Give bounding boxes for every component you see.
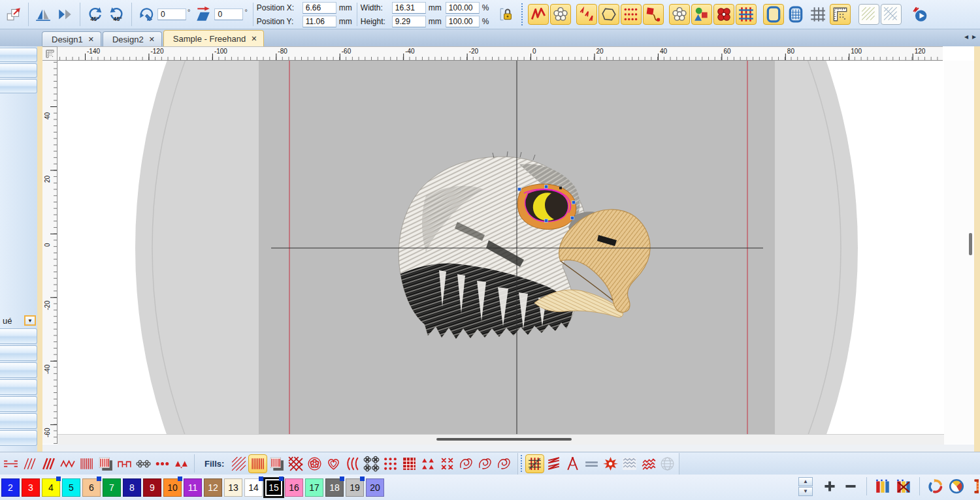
scale-tool-icon[interactable] xyxy=(3,4,24,25)
tab-close-icon[interactable]: ✕ xyxy=(149,35,155,44)
palette-color-17[interactable]: 17 xyxy=(305,478,323,497)
weave-grid-tool-icon[interactable] xyxy=(736,4,757,25)
tab-sample-freehand[interactable]: Sample - Freehand✕ xyxy=(163,30,265,46)
rosette-fill-icon[interactable] xyxy=(305,454,324,473)
palette-color-2[interactable]: 2 xyxy=(1,478,20,497)
sidebar-button-bottom-6[interactable] xyxy=(0,413,37,429)
palette-color-16[interactable]: 16 xyxy=(285,478,303,497)
palette-color-3[interactable]: 3 xyxy=(22,478,40,497)
sidebar-button-bottom-1[interactable] xyxy=(0,328,37,344)
tab-scroll-right-icon[interactable]: ▸ xyxy=(972,32,976,41)
palette-color-9[interactable]: 9 xyxy=(143,478,161,497)
cross-motif-fill-icon[interactable] xyxy=(438,454,457,473)
palette-color-8[interactable]: 8 xyxy=(123,478,141,497)
sidebar-button-bottom-2[interactable] xyxy=(0,345,37,361)
mirror-vertical-icon[interactable] xyxy=(33,4,54,25)
hide-unused-colors-icon[interactable] xyxy=(894,477,913,496)
triangle-motif-run-icon[interactable] xyxy=(172,454,191,473)
ruler-guides-toggle-icon[interactable] xyxy=(830,4,851,25)
cross-stitch-fill-icon[interactable] xyxy=(525,454,544,473)
bead-run-icon[interactable] xyxy=(153,454,172,473)
weave-fill-icon[interactable] xyxy=(286,454,305,473)
heart-motif-fill-icon[interactable] xyxy=(324,454,343,473)
sidebar-button-top-3[interactable] xyxy=(0,79,37,93)
zoom-out-icon[interactable] xyxy=(841,477,860,496)
sidebar-button-bottom-7[interactable] xyxy=(0,430,37,446)
stitch-player-icon[interactable] xyxy=(909,4,930,25)
stepper-down-icon[interactable]: ▼ xyxy=(798,487,813,496)
lock-proportions-icon[interactable] xyxy=(497,4,518,25)
blanket-stitch-icon[interactable] xyxy=(115,454,134,473)
palette-color-13[interactable]: 13 xyxy=(224,478,242,497)
width-percent-input[interactable] xyxy=(446,2,480,14)
palette-color-10[interactable]: 10 xyxy=(163,478,182,497)
rotate-free-icon[interactable] xyxy=(136,4,157,25)
flag-wave-fill-icon[interactable] xyxy=(639,454,658,473)
palette-color-19[interactable]: 19 xyxy=(346,478,364,497)
digitize-run-icon[interactable] xyxy=(528,4,549,25)
sidebar-button-bottom-4[interactable] xyxy=(0,379,37,395)
horizontal-ruler[interactable]: -140-120-100-80-60-40-20020406080100120 xyxy=(57,46,943,61)
run-stitch-icon[interactable] xyxy=(20,454,39,473)
position-y-input[interactable] xyxy=(302,16,336,27)
palette-color-7[interactable]: 7 xyxy=(103,478,121,497)
height-percent-input[interactable] xyxy=(446,16,480,27)
grid-fill-icon[interactable] xyxy=(400,454,419,473)
palette-color-14[interactable]: 14 xyxy=(244,478,263,497)
triple-run-icon[interactable] xyxy=(39,454,58,473)
raised-satin-fill-icon[interactable] xyxy=(267,454,286,473)
palette-color-12[interactable]: 12 xyxy=(204,478,222,497)
palette-color-5[interactable]: 5 xyxy=(62,478,80,497)
tab-scroll-left-icon[interactable]: ◂ xyxy=(964,32,968,41)
sidebar-button-top-2[interactable] xyxy=(0,63,37,78)
parallel-lines-fill-icon[interactable] xyxy=(582,454,601,473)
clipart-shapes-tool-icon[interactable] xyxy=(691,4,712,25)
rotate-angle-input[interactable] xyxy=(157,8,186,20)
zigzag-stitch-icon[interactable] xyxy=(58,454,77,473)
background-fabric-dense-icon[interactable] xyxy=(881,4,902,25)
palette-color-20[interactable]: 20 xyxy=(366,478,384,497)
freehand-stitch-icon[interactable] xyxy=(576,4,597,25)
hoop-template-toggle-icon[interactable] xyxy=(785,4,806,25)
wave-fill-icon[interactable] xyxy=(343,454,362,473)
horizontal-scrollbar[interactable] xyxy=(57,434,944,445)
show-hoop-toggle-icon[interactable] xyxy=(763,4,784,25)
swirl-fill-3-icon[interactable] xyxy=(495,454,514,473)
pattern-stamp-icon[interactable] xyxy=(621,4,642,25)
dot-fill-icon[interactable] xyxy=(381,454,400,473)
zigzag-fill-icon[interactable] xyxy=(544,454,563,473)
vertical-scroll-thumb[interactable] xyxy=(969,233,972,255)
sidebar-button-bottom-5[interactable] xyxy=(0,396,37,412)
tab-design2[interactable]: Design2✕ xyxy=(103,31,162,46)
cycle-used-colors-icon[interactable] xyxy=(926,477,945,496)
hatch-fill-icon[interactable] xyxy=(229,454,248,473)
triangle-motif-fill-icon[interactable] xyxy=(419,454,438,473)
raised-satin-border-icon[interactable] xyxy=(96,454,115,473)
motif-run-icon[interactable] xyxy=(1,454,20,473)
satin-border-icon[interactable] xyxy=(77,454,96,473)
toolbar-handle[interactable] xyxy=(521,3,523,25)
palette-color-15[interactable]: 15 xyxy=(265,478,283,497)
thread-colors-icon[interactable] xyxy=(873,477,892,496)
sidebar-dropdown-button[interactable]: ▼ xyxy=(24,315,36,326)
tab-close-icon[interactable]: ✕ xyxy=(88,35,94,44)
grid-toggle-icon[interactable] xyxy=(808,4,828,25)
palette-color-11[interactable]: 11 xyxy=(184,478,202,497)
zoom-in-icon[interactable] xyxy=(820,477,840,496)
toolbar-handle[interactable] xyxy=(521,455,523,472)
skew-icon[interactable] xyxy=(193,4,214,25)
vertical-ruler[interactable]: 40200-20-40-60 xyxy=(42,61,57,444)
skew-angle-input[interactable] xyxy=(214,8,243,20)
palette-color-18[interactable]: 18 xyxy=(325,478,344,497)
stepper-up-icon[interactable]: ▲ xyxy=(798,477,813,486)
vertical-scrollbar[interactable] xyxy=(944,61,974,444)
position-x-input[interactable] xyxy=(302,2,336,14)
palette-color-6[interactable]: 6 xyxy=(82,478,101,497)
tab-design1[interactable]: Design1✕ xyxy=(42,31,101,46)
flower-motif-run-icon[interactable] xyxy=(134,454,153,473)
compass-fill-icon[interactable] xyxy=(563,454,582,473)
rotate-cw-45-icon[interactable] xyxy=(106,4,127,25)
tab-close-icon[interactable]: ✕ xyxy=(251,35,257,43)
width-input[interactable] xyxy=(392,2,426,14)
flower-shape-tool-icon[interactable] xyxy=(669,4,690,25)
